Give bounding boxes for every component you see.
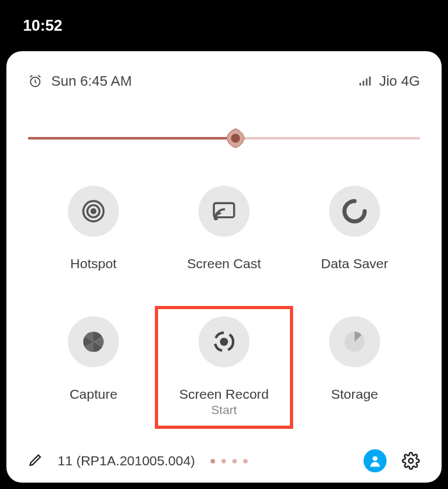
page-dot (221, 459, 226, 463)
svg-rect-1 (360, 83, 362, 86)
svg-point-14 (220, 338, 228, 346)
status-bar: 10:52 (0, 0, 448, 51)
page-dot (211, 459, 215, 463)
alarm-icon (28, 74, 42, 88)
tile-label: Capture (70, 387, 118, 402)
tile-sublabel: Start (211, 403, 237, 417)
tile-hotspot[interactable]: Hotspot (29, 186, 157, 271)
tile-label: Screen Cast (187, 256, 261, 271)
tiles-grid: HotspotScreen CastData SaverCaptureScree… (28, 186, 420, 417)
svg-point-17 (409, 459, 413, 463)
panel-footer: 11 (RP1A.201005.004) (28, 449, 420, 472)
page-dot (232, 459, 237, 463)
quicksettings-panel: Sun 6:45 AM Jio 4G HotspotScreen CastD (6, 51, 442, 483)
tile-storage[interactable]: Storage (291, 316, 419, 417)
storage-icon (329, 316, 380, 367)
brightness-slider[interactable] (28, 129, 420, 147)
settings-button[interactable] (402, 452, 420, 470)
header-left: Sun 6:45 AM (28, 73, 132, 90)
edit-button[interactable] (28, 452, 44, 470)
svg-point-16 (372, 456, 377, 461)
svg-point-6 (231, 134, 240, 143)
tile-capture[interactable]: Capture (29, 316, 157, 417)
svg-rect-3 (366, 79, 368, 86)
tile-screenrecord[interactable]: Screen RecordStart (160, 316, 288, 417)
svg-rect-4 (369, 77, 371, 86)
slider-thumb[interactable] (225, 128, 246, 148)
screencast-icon (198, 186, 250, 237)
page-indicator (211, 459, 248, 463)
tile-label: Screen Record (179, 387, 269, 402)
os-version-label: 11 (RP1A.201005.004) (58, 453, 195, 469)
carrier-label: Jio 4G (379, 73, 420, 90)
capture-icon (68, 316, 119, 367)
signal-icon (358, 75, 371, 88)
panel-header: Sun 6:45 AM Jio 4G (28, 73, 420, 90)
tile-screencast[interactable]: Screen Cast (160, 186, 288, 271)
hotspot-icon (68, 186, 119, 237)
svg-rect-2 (363, 81, 365, 86)
profile-button[interactable] (364, 449, 387, 472)
tile-datasaver[interactable]: Data Saver (291, 186, 419, 271)
tile-label: Data Saver (321, 256, 388, 271)
status-time: 10:52 (23, 17, 62, 35)
page-dot (243, 459, 248, 463)
tile-label: Storage (331, 387, 378, 402)
datasaver-icon (329, 186, 380, 237)
header-right: Jio 4G (358, 73, 420, 90)
slider-fill (28, 137, 236, 140)
svg-point-7 (92, 209, 95, 213)
tile-label: Hotspot (70, 256, 116, 271)
panel-date-time: Sun 6:45 AM (51, 73, 132, 90)
svg-point-11 (215, 218, 217, 220)
screenrecord-icon (198, 316, 250, 367)
